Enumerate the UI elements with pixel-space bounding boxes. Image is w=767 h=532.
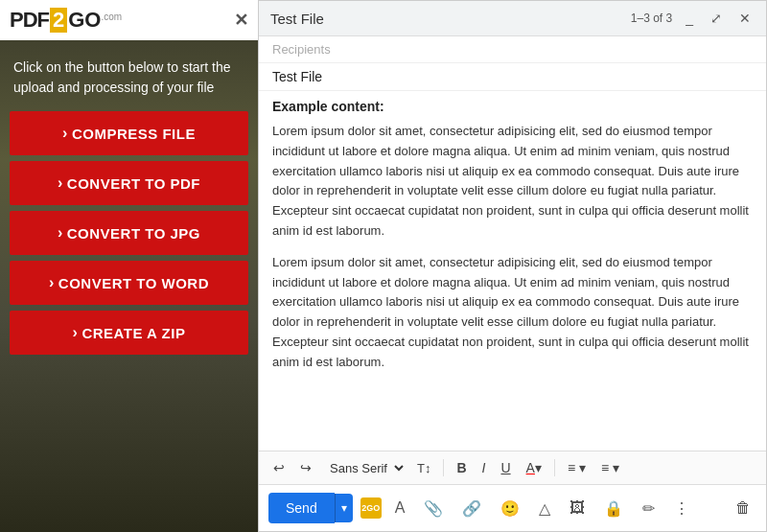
close-button[interactable]: ✕ (234, 12, 248, 29)
convert-jpg-arrow-icon: › (58, 224, 63, 242)
close-email-button[interactable]: ✕ (735, 9, 755, 28)
toolbar-separator-1 (443, 459, 444, 476)
send-row: Send ▾ 2GO A 📎 🔗 🙂 △ 🖼 🔒 ✏ ⋮ 🗑 (259, 484, 766, 531)
logo-com: .com (101, 12, 122, 22)
subject-row: Test File (259, 63, 766, 91)
more-options-button[interactable]: ⋮ (668, 496, 695, 521)
compose-area: Recipients Test File Example content: Lo… (259, 36, 766, 451)
send-dropdown-button[interactable]: ▾ (335, 494, 353, 522)
convert-to-jpg-button[interactable]: › CONVERT TO JPG (10, 211, 248, 255)
send-button[interactable]: Send (268, 493, 335, 523)
redo-button[interactable]: ↪ (295, 457, 316, 478)
compose-body[interactable]: Lorem ipsum dolor sit amet, consectetur … (259, 118, 766, 451)
create-zip-arrow-icon: › (73, 324, 79, 341)
minimize-button[interactable]: _ (682, 9, 697, 28)
format-text-button[interactable]: A (389, 496, 411, 520)
convert-pdf-arrow-icon: › (58, 174, 63, 192)
email-window-title: Test File (270, 11, 324, 27)
right-panel: Test File 1–3 of 3 _ ⤢ ✕ Recipients Test… (258, 0, 767, 532)
email-header-controls: 1–3 of 3 _ ⤢ ✕ (631, 9, 755, 28)
compress-file-button[interactable]: › COMPRESS FILE (10, 111, 248, 155)
bold-button[interactable]: B (452, 457, 471, 478)
delete-draft-button[interactable]: 🗑 (730, 496, 756, 520)
italic-button[interactable]: I (477, 457, 491, 478)
expand-button[interactable]: ⤢ (707, 9, 726, 28)
undo-button[interactable]: ↩ (268, 457, 290, 478)
attach-file-button[interactable]: 📎 (418, 496, 449, 521)
lock-button[interactable]: 🔒 (598, 496, 629, 521)
subject-text: Test File (272, 69, 322, 84)
toolbar-separator-2 (554, 459, 555, 476)
description-text: Click on the button below to start the u… (0, 40, 258, 111)
logo-bar: PDF 2 GO .com ✕ (0, 0, 258, 40)
left-panel: PDF 2 GO .com ✕ Click on the button belo… (0, 0, 258, 532)
action-buttons: › COMPRESS FILE › CONVERT TO PDF › CONVE… (0, 111, 258, 364)
logo-go: GO (68, 8, 101, 33)
email-header: Test File 1–3 of 3 _ ⤢ ✕ (259, 1, 766, 36)
font-color-button[interactable]: A ▾ (522, 457, 546, 478)
logo: PDF 2 GO .com (10, 8, 122, 33)
compress-file-label: COMPRESS FILE (72, 126, 196, 142)
insert-link-button[interactable]: 🔗 (456, 496, 487, 521)
convert-to-word-button[interactable]: › CONVERT TO WORD (10, 261, 248, 305)
drive-button[interactable]: △ (533, 496, 556, 521)
formatting-toolbar: ↩ ↪ Sans Serif T↕ B I U A ▾ ≡ ▾ ≡ ▾ (259, 451, 766, 484)
paragraph-1: Lorem ipsum dolor sit amet, consectetur … (272, 122, 753, 242)
recipients-placeholder: Recipients (272, 42, 331, 57)
compress-arrow-icon: › (62, 125, 68, 142)
send-button-group: Send ▾ (268, 493, 353, 523)
convert-word-arrow-icon: › (49, 274, 55, 291)
logo-two: 2 (50, 8, 67, 33)
emoji-button[interactable]: 🙂 (495, 496, 525, 521)
font-color-icon: A (526, 460, 535, 475)
create-zip-label: CREATE A ZIP (81, 325, 185, 341)
align-button[interactable]: ≡ ▾ (563, 457, 591, 478)
body-label: Example content: (259, 91, 766, 118)
underline-button[interactable]: U (496, 457, 515, 478)
convert-to-pdf-button[interactable]: › CONVERT TO PDF (10, 161, 248, 205)
font-family-select[interactable]: Sans Serif (322, 458, 407, 478)
signature-button[interactable]: ✏ (637, 496, 661, 521)
insert-photo-button[interactable]: 🖼 (564, 496, 591, 520)
list-button[interactable]: ≡ ▾ (596, 457, 624, 478)
pdf2go-embed-icon[interactable]: 2GO (360, 497, 382, 519)
font-size-button[interactable]: T↕ (412, 458, 435, 478)
pdf2go-icon-text: 2GO (361, 503, 380, 513)
pagination-label: 1–3 of 3 (631, 12, 672, 25)
convert-to-word-label: CONVERT TO WORD (58, 275, 209, 291)
convert-to-jpg-label: CONVERT TO JPG (67, 225, 200, 242)
logo-pdf: PDF (10, 8, 49, 33)
recipients-row[interactable]: Recipients (259, 36, 766, 63)
paragraph-2: Lorem ipsum dolor sit amet, consectetur … (272, 253, 753, 373)
convert-to-pdf-label: CONVERT TO PDF (67, 175, 200, 192)
create-zip-button[interactable]: › CREATE A ZIP (10, 311, 248, 355)
font-color-dropdown-icon: ▾ (535, 460, 542, 475)
